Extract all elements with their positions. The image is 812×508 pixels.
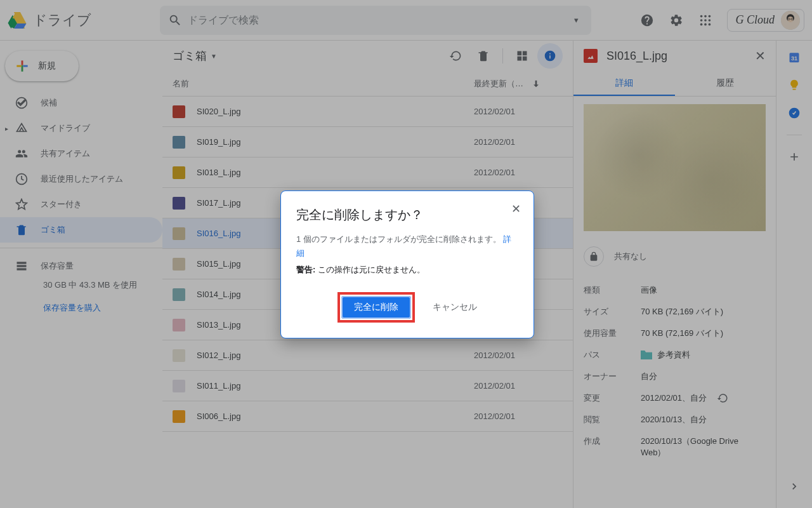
- confirm-delete-button[interactable]: 完全に削除: [341, 296, 411, 319]
- confirm-delete-dialog: ✕ 完全に削除しますか？ 1 個のファイルまたはフォルダが完全に削除されます。 …: [280, 190, 534, 338]
- cancel-button[interactable]: キャンセル: [433, 302, 477, 313]
- highlight-box: 完全に削除: [337, 292, 415, 323]
- dialog-close-icon[interactable]: ✕: [507, 200, 525, 218]
- dialog-title: 完全に削除しますか？: [296, 206, 518, 224]
